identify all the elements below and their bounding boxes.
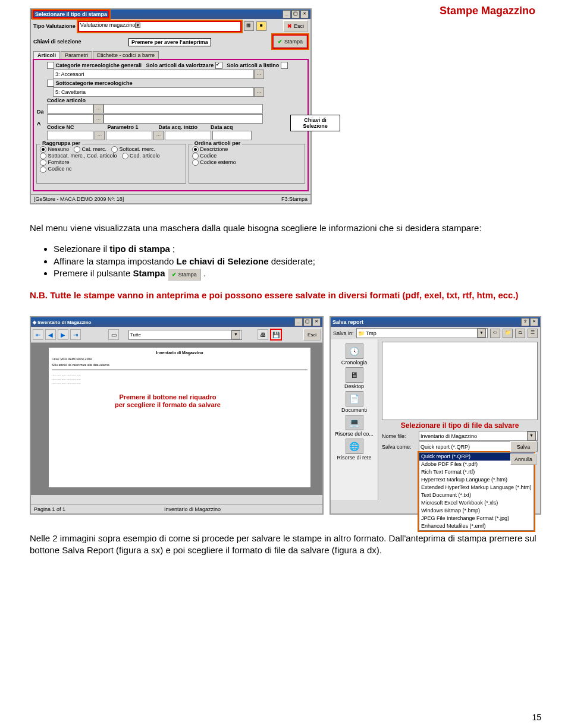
lookup-icon[interactable]: … [254, 87, 264, 97]
a-cod[interactable] [47, 114, 93, 124]
zoom-icon[interactable]: ▭ [108, 329, 119, 340]
datafin-input[interactable] [212, 131, 252, 140]
sidebar-item[interactable]: 🌐Risorse di rete [333, 439, 375, 461]
radio[interactable] [192, 153, 199, 159]
dataini-input[interactable] [165, 131, 211, 140]
radio[interactable] [40, 153, 46, 159]
radio[interactable] [192, 146, 199, 153]
sidebar-item[interactable]: 📄Documenti [333, 391, 375, 413]
next-icon[interactable]: ▶ [58, 329, 68, 340]
last-icon[interactable]: ⇥ [70, 329, 81, 340]
radio[interactable] [40, 166, 46, 173]
two-images: ◆ Inventario di Magazzino _▢× ⇤ ◀ ▶ ⇥ ▭ … [30, 316, 541, 515]
file-list[interactable] [382, 342, 538, 420]
desktop-icon: 🖥 [346, 367, 363, 383]
save-report-icon[interactable]: 💾 [270, 329, 282, 341]
radio[interactable] [192, 159, 199, 166]
annulla-button[interactable]: Annulla [510, 453, 537, 465]
sidebar: 🕓Cronologia 🖥Desktop 📄Documenti 💻Risorse… [331, 339, 378, 500]
newfolder-icon[interactable]: 🗀 [515, 329, 525, 338]
format-option[interactable]: Microsoft Excel Workbook (*.xls) [419, 499, 534, 507]
chk-sottocat[interactable] [47, 80, 54, 87]
tab-etichette[interactable]: Etichette - codici a barre [93, 51, 159, 59]
body-text: Nel menu viene visualizzata una maschera… [30, 222, 541, 301]
format-option[interactable]: Extended HyperText Markup Language (*.ht… [419, 484, 534, 491]
format-option[interactable]: Rich Text Format (*.rtf) [419, 468, 534, 476]
titlebar: Selezionare il tipo di stampa _▢× [31, 10, 310, 19]
chk-sololist[interactable] [281, 62, 288, 69]
radio[interactable] [122, 153, 128, 159]
tool-icon[interactable]: ▦ [244, 21, 254, 31]
radio[interactable] [74, 146, 80, 153]
salvacome-label: Salva come: [382, 444, 419, 450]
da-desc[interactable] [103, 104, 263, 114]
sheet-sub: Caso: MCA DEMO Anno 2009 [52, 357, 308, 361]
maximize-icon[interactable]: ▢ [291, 10, 300, 18]
radio-label: Descrizione [200, 146, 228, 152]
lookup-icon[interactable]: … [95, 131, 105, 140]
tipo-combo[interactable]: Valutazione magazzino▼ [78, 21, 241, 32]
da-cod[interactable] [47, 104, 93, 114]
format-option[interactable]: Text Document (*.txt) [419, 491, 534, 499]
salva-button[interactable]: Salva [510, 441, 537, 452]
radio[interactable] [40, 159, 46, 166]
window-controls[interactable]: _▢× [282, 10, 309, 18]
format-option[interactable]: HyperText Markup Language (*.htm) [419, 476, 534, 484]
esci-button[interactable]: Esci [303, 329, 321, 341]
sidebar-item[interactable]: 💻Risorse del co... [333, 415, 375, 437]
callout-chiavi: Chiavi di Selezione [290, 115, 340, 131]
group-raggruppa: Raggruppa per Nessuno Cat. merc. Sottoca… [36, 144, 186, 184]
folder-combo[interactable]: 📁 Tmp▼ [356, 328, 488, 338]
check-icon: ✔ [278, 39, 283, 45]
format-option[interactable]: JPEG File Interchange Format (*.jpg) [419, 515, 534, 522]
prev-icon[interactable]: ◀ [45, 329, 56, 340]
nomefile-label: Nome file: [382, 433, 419, 439]
chk-cat[interactable] [47, 62, 54, 69]
codenc-input[interactable] [47, 131, 93, 140]
format-option[interactable]: Enhanced Metafiles (*.emf) [419, 522, 534, 530]
close-icon[interactable]: × [300, 10, 309, 18]
documents-icon: 📄 [346, 391, 363, 406]
stampa-button[interactable]: ✔Stampa [274, 36, 307, 48]
radio[interactable] [111, 146, 118, 153]
back-icon[interactable]: ⇦ [490, 329, 500, 338]
views-icon[interactable]: ☰ [528, 329, 538, 338]
lookup-icon[interactable]: … [254, 70, 264, 79]
sottocat-input[interactable]: 5: Cavetteria [53, 87, 254, 97]
chk-soloval[interactable] [215, 62, 222, 69]
lookup-icon[interactable]: … [93, 114, 103, 124]
da-label: Da [37, 109, 44, 115]
chiavi-panel: Categorie merceologiche generali Solo ar… [33, 59, 309, 191]
sidebar-item[interactable]: 🖥Desktop [333, 367, 375, 389]
close-icon[interactable]: × [312, 318, 321, 326]
tab-articoli[interactable]: Articoli [33, 51, 60, 59]
tab-parametri[interactable]: Parametri [61, 51, 92, 59]
tipo-label: Tipo Valutazione [33, 23, 76, 29]
radio-label: Sottocat. merc. [120, 146, 156, 152]
help-icon[interactable]: ? [521, 318, 529, 326]
maximize-icon[interactable]: ▢ [303, 318, 312, 326]
tool-icon[interactable]: ■ [256, 21, 266, 31]
page-combo[interactable]: Tutte▼ [128, 330, 242, 340]
chevron-down-icon[interactable]: ▼ [135, 23, 140, 28]
cat-input[interactable]: 3: Accessori [53, 70, 254, 79]
lookup-icon[interactable]: … [153, 131, 164, 140]
sidebar-item[interactable]: 🕓Cronologia [333, 343, 375, 365]
esci-button[interactable]: ✖Esci [283, 20, 308, 32]
minimize-icon[interactable]: _ [294, 318, 303, 326]
first-icon[interactable]: ⇤ [33, 329, 43, 340]
format-option[interactable]: Windows Bitmap (*.bmp) [419, 507, 534, 515]
close-icon[interactable]: × [530, 318, 538, 326]
param1-input[interactable] [106, 131, 152, 140]
bullet: Affinare la stampa impostando Le chiavi … [54, 256, 541, 267]
up-icon[interactable]: 📁 [503, 329, 513, 338]
lookup-icon[interactable]: … [93, 104, 103, 114]
print-icon[interactable]: 🖶 [258, 329, 268, 340]
sheet-title: Inventario di Magazzino [52, 351, 308, 355]
minimize-icon[interactable]: _ [283, 10, 291, 18]
a-desc[interactable] [103, 114, 263, 124]
dialog-salva: Salva report ?× Salva in: 📁 Tmp▼ ⇦ 📁 🗀 ☰… [330, 316, 541, 515]
radio-label: Sottocat. merc., Cod. articolo [48, 153, 117, 159]
stampa-inline-button: ✔Stampa [168, 269, 201, 281]
radio[interactable] [40, 146, 46, 153]
